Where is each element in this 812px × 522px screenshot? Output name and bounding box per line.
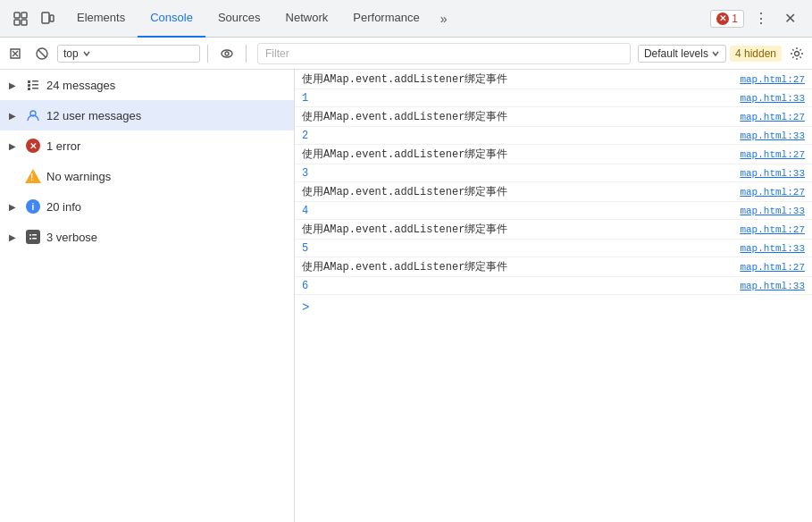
tab-performance[interactable]: Performance	[340, 0, 431, 38]
log-source-link[interactable]: map.html:33	[740, 93, 805, 104]
log-row: 5map.html:33	[295, 240, 812, 257]
block-icon-button[interactable]	[30, 42, 54, 65]
log-message-text: 使用AMap.event.addListener绑定事件	[302, 147, 732, 162]
log-message-text: 使用AMap.event.addListener绑定事件	[302, 259, 732, 274]
svg-rect-15	[32, 88, 38, 89]
log-message-text: 使用AMap.event.addListener绑定事件	[302, 72, 732, 87]
log-source-link[interactable]: map.html:27	[740, 224, 805, 235]
toolbar-divider	[207, 45, 208, 63]
inspect-icon[interactable]	[9, 7, 32, 30]
more-options-button[interactable]: ⋮	[749, 7, 773, 30]
log-source-link[interactable]: map.html:33	[740, 130, 805, 141]
log-source-link[interactable]: map.html:33	[740, 206, 805, 216]
log-link-text[interactable]: 3	[302, 167, 732, 180]
verbose-square-icon	[26, 230, 40, 244]
list-icon	[25, 77, 41, 93]
prompt-arrow-icon: >	[302, 300, 309, 315]
context-dropdown-icon	[82, 49, 91, 58]
tab-sources[interactable]: Sources	[205, 0, 273, 38]
filter-area	[257, 43, 631, 64]
all-messages-label: 24 messages	[46, 79, 287, 92]
tab-network[interactable]: Network	[273, 0, 341, 38]
console-log-area: 使用AMap.event.addListener绑定事件map.html:271…	[295, 70, 812, 522]
expand-arrow-verbose: ▶	[9, 232, 20, 242]
log-row: 使用AMap.event.addListener绑定事件map.html:27	[295, 70, 812, 89]
svg-rect-1	[21, 13, 27, 18]
svg-rect-3	[21, 20, 27, 25]
expand-arrow-info: ▶	[9, 202, 20, 212]
log-link-text[interactable]: 6	[302, 280, 732, 292]
sidebar-item-info[interactable]: ▶ i 20 info	[0, 191, 294, 222]
log-row: 使用AMap.event.addListener绑定事件map.html:27	[295, 220, 812, 240]
sidebar: ▶ 24 messages ▶	[0, 70, 295, 522]
log-link-text[interactable]: 2	[302, 130, 732, 142]
context-value: top	[63, 47, 79, 60]
eye-button[interactable]	[215, 42, 239, 65]
expand-arrow-user: ▶	[9, 111, 20, 121]
log-source-link[interactable]: map.html:27	[740, 149, 805, 160]
verbose-icon	[25, 229, 41, 245]
log-link-text[interactable]: 4	[302, 205, 732, 217]
sidebar-item-verbose[interactable]: ▶ 3 verbose	[0, 222, 294, 252]
log-source-link[interactable]: map.html:27	[740, 74, 805, 85]
console-settings-button[interactable]	[785, 42, 808, 65]
expand-arrow-errors: ▶	[9, 141, 20, 151]
log-source-link[interactable]: map.html:33	[740, 168, 805, 179]
log-row: 使用AMap.event.addListener绑定事件map.html:27	[295, 107, 812, 127]
tab-console[interactable]: Console	[138, 0, 205, 38]
svg-point-7	[222, 50, 232, 57]
expand-arrow: ▶	[9, 80, 20, 90]
console-toolbar: top Default levels 4 hidden	[0, 38, 812, 70]
log-link-text[interactable]: 1	[302, 92, 732, 105]
toolbar-right: ✕ 1 ⋮ ✕	[703, 7, 808, 30]
svg-rect-20	[32, 238, 37, 240]
svg-point-9	[795, 51, 799, 55]
sidebar-item-user-messages[interactable]: ▶ 12 user messages	[0, 100, 294, 130]
warning-icon	[25, 168, 41, 184]
hidden-count-badge: 4 hidden	[730, 46, 782, 62]
sidebar-item-warnings[interactable]: ▶ No warnings	[0, 161, 294, 191]
levels-dropdown-icon	[711, 49, 720, 58]
log-source-link[interactable]: map.html:33	[740, 281, 805, 291]
log-row: 6map.html:33	[295, 277, 812, 295]
sidebar-item-all-messages[interactable]: ▶ 24 messages	[0, 70, 294, 100]
svg-point-8	[225, 52, 229, 55]
tab-elements[interactable]: Elements	[64, 0, 138, 38]
console-prompt: >	[295, 295, 812, 320]
devtools-toolbar: Elements Console Sources Network Perform…	[0, 0, 812, 38]
svg-rect-11	[32, 80, 38, 82]
log-source-link[interactable]: map.html:27	[740, 112, 805, 122]
svg-rect-18	[32, 234, 37, 236]
close-devtools-button[interactable]: ✕	[778, 7, 801, 30]
svg-point-19	[29, 238, 31, 240]
errors-label: 1 error	[46, 139, 287, 153]
more-tabs-button[interactable]: »	[432, 7, 456, 30]
log-source-link[interactable]: map.html:33	[740, 243, 805, 254]
log-row: 3map.html:33	[295, 164, 812, 182]
error-circle-icon: ✕	[26, 139, 40, 153]
svg-rect-13	[32, 84, 38, 86]
device-icon[interactable]	[36, 7, 59, 30]
sidebar-item-errors[interactable]: ▶ ✕ 1 error	[0, 130, 294, 161]
user-icon	[25, 107, 41, 123]
filter-input[interactable]	[262, 46, 626, 62]
log-row: 使用AMap.event.addListener绑定事件map.html:27	[295, 257, 812, 277]
clear-console-button[interactable]	[4, 42, 27, 65]
warning-triangle-icon	[25, 169, 41, 183]
verbose-label: 3 verbose	[46, 231, 287, 244]
error-badge[interactable]: ✕ 1	[710, 10, 744, 28]
user-messages-label: 12 user messages	[46, 109, 287, 122]
svg-rect-2	[14, 20, 20, 25]
error-icon: ✕	[25, 138, 41, 154]
svg-rect-10	[28, 80, 30, 83]
warnings-label: No warnings	[46, 170, 287, 183]
log-source-link[interactable]: map.html:27	[740, 262, 805, 273]
log-row: 使用AMap.event.addListener绑定事件map.html:27	[295, 182, 812, 202]
toolbar-divider2	[246, 45, 247, 63]
log-source-link[interactable]: map.html:27	[740, 187, 805, 198]
context-selector[interactable]: top	[57, 45, 200, 63]
log-row: 4map.html:33	[295, 202, 812, 220]
log-link-text[interactable]: 5	[302, 242, 732, 255]
default-levels-selector[interactable]: Default levels	[638, 45, 726, 63]
log-row: 2map.html:33	[295, 127, 812, 145]
